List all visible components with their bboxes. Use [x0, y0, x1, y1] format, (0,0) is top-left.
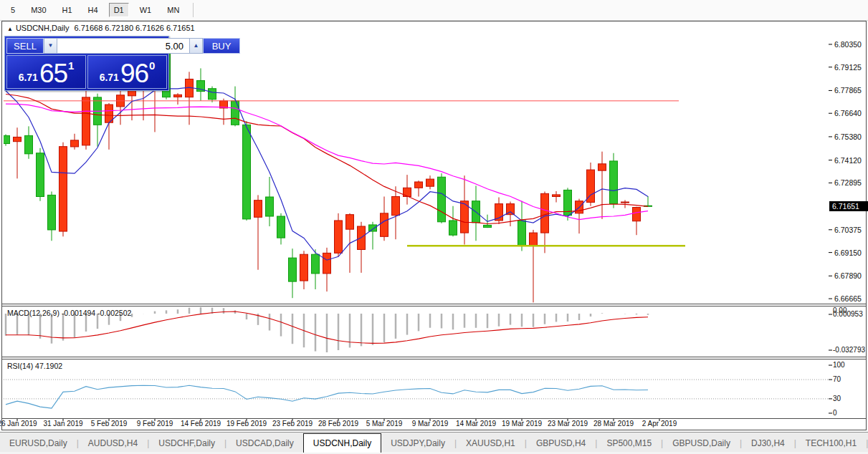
chart-tab-dj30-h4[interactable]: DJ30,H4 — [742, 435, 794, 453]
chart-ohlc-values: 6.71668 6.72180 6.71626 6.71651 — [74, 24, 194, 32]
date-axis-label: 14 Feb 2019 — [181, 420, 221, 428]
chart-tab-usdjpy-daily[interactable]: USDJPY,Daily — [381, 435, 454, 453]
chart-tab-usdcnh-daily[interactable]: USDCNH,Daily — [303, 433, 381, 453]
price-axis-tick: 6.75380 — [834, 132, 862, 141]
buy-button[interactable]: BUY — [203, 38, 240, 54]
chart-frame-bottom — [1, 430, 867, 430]
chart-symbol-label: USDCNH,Daily — [16, 24, 70, 32]
volume-input[interactable] — [57, 38, 189, 54]
price-axis-tick: 6.72895 — [834, 178, 862, 187]
date-axis-label: 28 Mar 2019 — [593, 420, 634, 428]
buy-price-sup: 0 — [149, 59, 155, 72]
date-axis: 26 Jan 201931 Jan 20195 Feb 20199 Feb 20… — [0, 420, 829, 430]
chart-tab-bar: EURUSD,Daily|AUDUSD,H4|USDCHF,Daily|USDC… — [0, 432, 868, 453]
rsi-value: 47.1902 — [35, 362, 62, 370]
collapse-triangle-icon[interactable]: ▲ — [7, 26, 13, 32]
one-click-trading-widget: SELL ▼ ▲ BUY 6.71651 6.71960 — [4, 36, 169, 91]
buy-price-big: 96 — [120, 61, 148, 86]
indicator-axis-tick: 70 — [833, 375, 841, 383]
timeframe-button-w1[interactable]: W1 — [135, 3, 157, 17]
timeframe-button-h1[interactable]: H1 — [57, 3, 77, 17]
date-axis-label: 26 Jan 2019 — [0, 420, 37, 428]
price-axis-tick: 6.67890 — [834, 271, 862, 280]
rsi-splitter[interactable] — [1, 357, 867, 357]
macd-splitter[interactable] — [1, 304, 867, 304]
timeframe-button-m30[interactable]: M30 — [26, 3, 51, 17]
chart-tab-eurusd-daily[interactable]: EURUSD,Daily — [0, 435, 77, 453]
buy-quote-tile[interactable]: 6.71960 — [87, 55, 167, 89]
date-axis-label: 14 Mar 2019 — [456, 420, 496, 428]
timeframe-button-h4[interactable]: H4 — [83, 3, 103, 17]
indicator-axis-tick: 0 — [833, 409, 837, 417]
date-axis-label: 5 Mar 2019 — [366, 420, 403, 428]
timeframe-button-d1[interactable]: D1 — [109, 3, 129, 17]
date-axis-label: 5 Feb 2019 — [91, 420, 128, 428]
date-axis-label: 28 Feb 2019 — [318, 420, 358, 428]
sell-price-prefix: 6.71 — [19, 72, 38, 83]
chart-tab-sp500-m15[interactable]: SP500,M15 — [597, 435, 661, 453]
date-axis-label: 31 Jan 2019 — [43, 420, 82, 428]
date-axis-label: 9 Mar 2019 — [412, 420, 449, 428]
price-axis-tick: 6.69150 — [834, 248, 862, 257]
date-axis-label: 19 Mar 2019 — [502, 420, 542, 428]
price-axis-tick: 6.66665 — [834, 294, 862, 303]
indicator-axis-tick: 100 — [833, 361, 845, 369]
macd-label: MACD(12,26,9) -0.001494 -0.002502 — [7, 309, 131, 317]
chart-tab-xauusd-h1[interactable]: XAUUSD,H1 — [457, 435, 525, 453]
toolbar-separator — [193, 3, 194, 17]
chart-tab-gbpusd-h4[interactable]: GBPUSD,H4 — [527, 435, 595, 453]
chart-frame-left — [1, 21, 2, 430]
macd-splitter-b — [1, 306, 867, 306]
date-axis-line — [1, 418, 867, 419]
mt4-terminal: 5M30H1H4D1W1MN ▲USDCNH,Daily6.71668 6.72… — [0, 0, 868, 454]
date-axis-label: 19 Feb 2019 — [226, 420, 267, 428]
volume-increase-button[interactable]: ▲ — [189, 38, 203, 54]
price-axis-tick: 6.70375 — [834, 226, 862, 234]
indicator-axis-tick: 30 — [833, 395, 841, 402]
indicator-axis-tick: -0.032793 — [833, 346, 865, 354]
current-price-tag: 6.71651 — [829, 201, 868, 211]
sell-price-big: 65 — [39, 61, 67, 86]
chart-tab-usdchf-daily[interactable]: USDCHF,Daily — [149, 435, 224, 453]
date-axis-label: 23 Mar 2019 — [548, 420, 588, 428]
price-axis-tick: 6.77865 — [834, 86, 862, 95]
price-axis-tick: 6.79125 — [834, 63, 862, 72]
volume-decrease-button[interactable]: ▼ — [44, 38, 57, 54]
date-axis-label: 2 Apr 2019 — [642, 420, 677, 428]
sell-price-sup: 1 — [68, 59, 74, 72]
timeframe-button-mn[interactable]: MN — [162, 3, 184, 17]
timeframe-toolbar: 5M30H1H4D1W1MN — [0, 0, 868, 21]
timeframe-button-5[interactable]: 5 — [6, 3, 20, 17]
indicator-axis-tick: 0.000953 — [833, 310, 863, 318]
price-axis-tick: 6.80350 — [834, 40, 862, 49]
date-axis-label: 9 Feb 2019 — [137, 420, 173, 428]
macd-values: -0.001494 -0.002502 — [62, 309, 132, 317]
chart-frame-right — [866, 21, 867, 430]
chart-tab-tech100-h1[interactable]: TECH100,H1 — [796, 435, 866, 453]
sell-quote-tile[interactable]: 6.71651 — [6, 55, 86, 89]
price-axis-tick: 6.74120 — [834, 156, 862, 165]
price-axis-tick: 6.76640 — [834, 109, 862, 117]
rsi-label: RSI(14) 47.1902 — [7, 362, 62, 370]
rsi-splitter-b — [1, 359, 867, 359]
chart-tab-usdcad-daily[interactable]: USDCAD,Daily — [226, 435, 303, 453]
date-axis-label: 23 Feb 2019 — [272, 420, 313, 428]
chart-tab-audusd-h4[interactable]: AUDUSD,H4 — [79, 435, 147, 453]
chart-title: ▲USDCNH,Daily6.71668 6.72180 6.71626 6.7… — [7, 24, 195, 32]
sell-button[interactable]: SELL — [6, 38, 44, 54]
chart-tab-gbpusd-daily[interactable]: GBPUSD,Daily — [663, 435, 740, 453]
buy-price-prefix: 6.71 — [100, 72, 119, 83]
